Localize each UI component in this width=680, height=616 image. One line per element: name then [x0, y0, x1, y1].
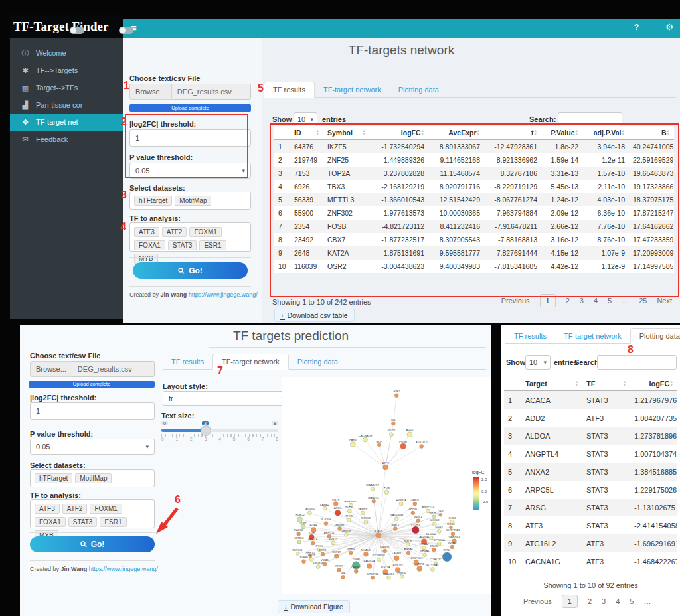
network-node-slc2a1	[429, 536, 433, 540]
page-5[interactable]: 5	[630, 597, 634, 605]
tag-atf3[interactable]: ATF3	[35, 504, 60, 514]
tag-motifmap[interactable]: MotifMap	[75, 473, 112, 483]
browse-button[interactable]: Browse...	[30, 361, 72, 377]
tag-htftarget[interactable]: hTFtarget	[35, 473, 72, 483]
go-button[interactable]: Go!	[133, 262, 248, 279]
tab-tf-target-network[interactable]: TF-target network	[315, 82, 390, 97]
tab-plotting-data[interactable]: Plotting data	[289, 354, 347, 369]
sidebar-item-tf-target-net[interactable]: ✥TF-target net	[10, 114, 123, 131]
table-row: 2ADD2ATF31.084207735	[504, 409, 677, 427]
page-4[interactable]: 4	[616, 597, 620, 605]
network-node-fos	[384, 490, 389, 495]
tag-foxa1[interactable]: FOXA1	[134, 240, 165, 250]
download-csv-button[interactable]: ↓ Download csv table	[274, 309, 355, 322]
network-node-label: MIF	[341, 572, 346, 575]
log2fc-input[interactable]	[30, 402, 155, 420]
page-2[interactable]: 2	[588, 597, 592, 605]
network-node-label: RPN1	[443, 548, 451, 552]
page-[interactable]: …	[643, 597, 651, 605]
go-button[interactable]: Go!	[30, 536, 155, 552]
network-node-rpn1	[442, 552, 452, 562]
tag-atf3[interactable]: ATF3	[134, 227, 159, 237]
page-5[interactable]: 5	[608, 297, 612, 305]
tag-foxm1[interactable]: FOXM1	[90, 504, 122, 514]
browse-button[interactable]: Browse...	[129, 84, 172, 100]
network-node-label: VAMP8	[358, 507, 368, 510]
page-3[interactable]: 3	[602, 597, 606, 605]
network-node-atf2	[394, 394, 398, 398]
page-1[interactable]: 1	[562, 595, 578, 608]
network-node-mtmr11	[371, 576, 375, 579]
tf-label: TF to analysis:	[129, 214, 181, 222]
credit-link[interactable]: https://www.jingege.wang/	[189, 291, 258, 298]
sidebar-item-tf-targets[interactable]: ✱TF-->Targets	[10, 62, 123, 79]
network-node-label: GRK5	[347, 547, 355, 550]
sidebar-item-target-tfs[interactable]: ▦Target-->TFs	[10, 79, 123, 96]
sidebar-item-feedback[interactable]: ✉Feedback	[10, 131, 123, 148]
tag-motifmap[interactable]: MotifMap	[175, 196, 211, 206]
toggle-switch-1[interactable]	[70, 27, 84, 34]
credit-link[interactable]: https://www.jingege.wang/	[89, 566, 158, 572]
pvalue-select[interactable]: 0.05 ▾	[30, 439, 155, 455]
tag-esr1[interactable]: ESR1	[100, 517, 126, 527]
go-label: Go!	[91, 540, 105, 549]
network-node-ect2	[321, 552, 325, 556]
network-node-label: LEMD2	[295, 536, 305, 540]
divider	[30, 532, 155, 533]
page-previous[interactable]: Previous	[523, 597, 552, 605]
tab-plotting-data[interactable]: Plotting data	[630, 328, 680, 344]
tag-esr1[interactable]: ESR1	[199, 240, 226, 250]
page-2[interactable]: 2	[566, 297, 570, 305]
slider-handle[interactable]	[201, 425, 211, 436]
network-node-stox2	[364, 520, 368, 524]
tf-input[interactable]: ATF3ATF2FOXM1FOXA1STAT3ESR1MYB	[30, 499, 155, 528]
sidebar-item-welcome[interactable]: ⓘWelcome	[10, 44, 123, 62]
help-icon[interactable]: ?	[634, 23, 639, 32]
page-3[interactable]: 3	[580, 297, 584, 305]
page-length-select[interactable]: 10 ▾	[525, 355, 551, 370]
network-node-lama2	[323, 506, 327, 510]
network-node-label: GMDS	[411, 499, 420, 502]
datasets-input[interactable]: hTFtargetMotifMap	[129, 192, 251, 210]
tag-stat3[interactable]: STAT3	[168, 240, 197, 250]
layout-style-select[interactable]: fr ▾	[163, 391, 290, 406]
brand-title: TF-Target Finder	[13, 19, 108, 34]
download-figure-button[interactable]: ↓ Download Figure	[278, 600, 350, 613]
br-tabbar: TF resultsTF-target networkPlotting data	[505, 327, 679, 344]
search-input[interactable]	[597, 355, 677, 370]
annotation-1: 1	[124, 80, 129, 92]
tag-foxa1[interactable]: FOXA1	[35, 517, 66, 527]
tag-atf2[interactable]: ATF2	[162, 227, 187, 237]
tag-htftarget[interactable]: hTFtarget	[134, 196, 172, 206]
network-edge	[379, 467, 386, 535]
tag-stat3[interactable]: STAT3	[68, 517, 98, 527]
page-4[interactable]: 4	[594, 297, 598, 305]
tf-input[interactable]: ATF3ATF2FOXM1FOXA1STAT3ESR1MYB	[129, 222, 251, 252]
gear-icon[interactable]: ⚙	[665, 22, 673, 32]
datasets-input[interactable]: hTFtargetMotifMap	[30, 469, 155, 487]
tab-tf-results[interactable]: TF results	[505, 329, 555, 343]
toggle-switch-2[interactable]	[119, 27, 133, 34]
tab-tf-target-network[interactable]: TF-target network	[212, 354, 289, 370]
tab-tf-target-network[interactable]: TF-target network	[555, 329, 630, 343]
tab-tf-results[interactable]: TF results	[163, 354, 212, 369]
tag-foxm1[interactable]: FOXM1	[189, 227, 221, 237]
table-row: 6ARPC5LSTAT31.229175026	[504, 481, 677, 499]
page-previous[interactable]: Previous	[501, 297, 530, 305]
column-header-tf[interactable]: TF▲▼	[582, 377, 630, 391]
network-node-label: CORO1C	[430, 558, 442, 561]
brand: TF-Target Finder	[10, 15, 123, 38]
text-size-slider[interactable]: 0 3 8 012345678	[161, 421, 278, 445]
page-25[interactable]: 25	[639, 297, 647, 305]
page-next[interactable]: Next	[657, 297, 672, 305]
tab-tf-results[interactable]: TF results	[264, 82, 315, 98]
tag-atf2[interactable]: ATF2	[62, 504, 88, 514]
slider-track[interactable]	[161, 429, 278, 432]
tab-plotting-data[interactable]: Plotting data	[390, 82, 448, 97]
column-header-logfc[interactable]: logFC▲▼	[630, 377, 677, 391]
sidebar-item-pan-tissue-cor[interactable]: ▟Pan-tissue cor	[10, 96, 123, 114]
network-node-nmt1	[393, 527, 397, 531]
legend-title: logFC	[472, 470, 485, 475]
page-[interactable]: …	[622, 297, 629, 305]
column-header-target[interactable]: Target▲▼	[521, 377, 582, 391]
